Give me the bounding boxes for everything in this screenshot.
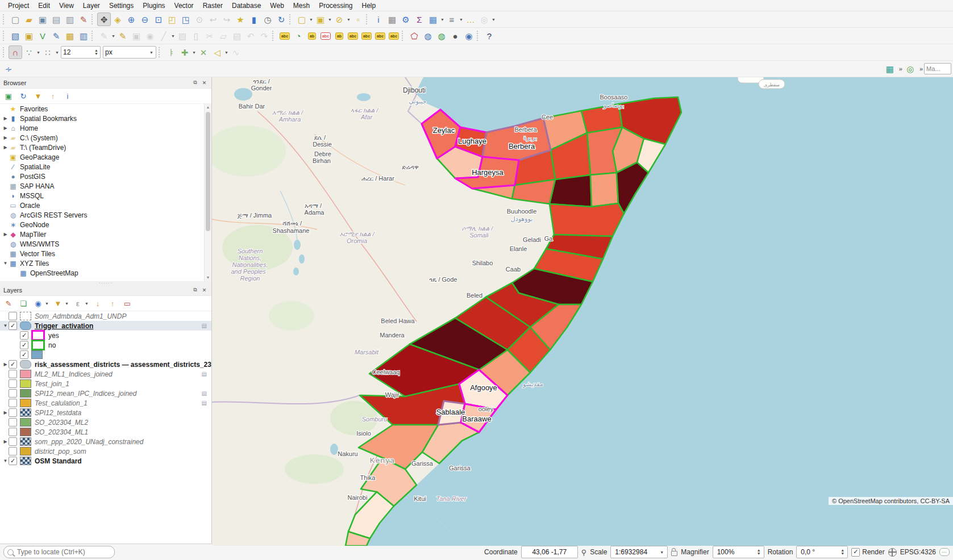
browser-item-xyz-tiles[interactable]: ▼▦XYZ Tiles (0, 258, 211, 268)
browser-close-button[interactable]: ✕ (201, 79, 208, 86)
select-features-by-value-dropdown[interactable]: ▼ (327, 18, 332, 22)
crs-globe-icon[interactable] (888, 548, 897, 557)
remove-layer-icon[interactable]: ▭ (121, 297, 134, 310)
plugin-search-input[interactable] (924, 63, 951, 74)
new-project-icon[interactable]: ▢ (9, 12, 22, 26)
refresh-browser-icon[interactable]: ↻ (17, 90, 30, 102)
layer-row-test-calulation-1[interactable]: Test_calulation_1▤ (0, 398, 211, 408)
measure-dropdown[interactable]: ▼ (459, 18, 464, 22)
menu-help[interactable]: Help (357, 1, 381, 10)
select-features-dropdown[interactable]: ▼ (309, 18, 314, 22)
quickmap-services-settings-icon[interactable]: ◍ (435, 29, 448, 43)
show-spatial-bookmarks-icon[interactable]: ▮ (247, 12, 261, 26)
collapse-all-layers-icon[interactable]: ↑ (106, 297, 119, 310)
new-virtual-layer-icon[interactable]: ▥ (77, 29, 90, 43)
browser-item-wms-wmts[interactable]: ◍WMS/WMTS (0, 239, 211, 249)
select-by-location-icon[interactable]: ▫ (351, 12, 365, 26)
zoom-out-icon[interactable]: ⊖ (138, 12, 152, 26)
rotation-spinbox[interactable]: ▲▼ (796, 546, 848, 558)
expand-arrow-icon[interactable]: ▶ (2, 145, 9, 150)
snapping-point-display-icon[interactable]: ∷ (41, 45, 55, 59)
add-selected-layers-icon[interactable]: ▣ (2, 90, 15, 102)
layer-visibility-checkbox[interactable] (20, 350, 28, 359)
toggle-editing-icon[interactable]: ✎ (116, 29, 130, 43)
change-label-icon[interactable]: abc (387, 29, 401, 43)
quickmap-services-icon[interactable]: ◍ (421, 29, 435, 43)
collapse-all-icon[interactable]: ↑ (47, 90, 59, 102)
snapping-point-display-dropdown[interactable]: ▼ (55, 51, 60, 55)
layer-row-so-202304-ml1[interactable]: SO_202304_ML1 (0, 427, 211, 437)
layer-row-so-202304-ml2[interactable]: SO_202304_ML2 (0, 417, 211, 427)
expand-arrow-icon[interactable]: ▶ (2, 410, 9, 415)
rotate-label-icon[interactable]: abc (373, 29, 387, 43)
messages-icon[interactable]: ⋯ (939, 548, 950, 556)
toggle-label-visibility-icon[interactable]: abc (346, 29, 360, 43)
layer-visibility-checkbox[interactable] (9, 370, 17, 378)
extents-icon[interactable]: ⚲ (581, 548, 587, 557)
layer-visibility-checkbox[interactable] (9, 457, 17, 465)
statistical-summary-icon[interactable]: Σ (413, 12, 426, 26)
chevron-down-icon[interactable]: ▼ (659, 550, 664, 554)
open-project-icon[interactable]: ▰ (22, 12, 36, 26)
browser-item-c-system-[interactable]: ▶▰C:\ (System) (0, 133, 211, 143)
layers-float-button[interactable]: ⧉ (192, 286, 199, 294)
layer-visibility-checkbox[interactable] (9, 428, 17, 436)
nominatim-geocoder-dropdown[interactable]: ▼ (491, 18, 496, 22)
spinner-arrows-icon[interactable]: ▲▼ (840, 549, 844, 555)
layer-diagrams-icon[interactable]: ◔ (292, 29, 305, 43)
menu-settings[interactable]: Settings (105, 1, 138, 10)
menu-plugins[interactable]: Plugins (138, 1, 169, 10)
layer-row-osm-standard[interactable]: ▼OSM Standard (0, 456, 211, 466)
new-print-layout-icon[interactable]: ▤ (49, 12, 63, 26)
menu-view[interactable]: View (55, 1, 78, 10)
zoom-to-selection-icon[interactable]: ◰ (165, 12, 179, 26)
snapping-mode-dropdown[interactable]: ▼ (36, 51, 41, 55)
layer-row-som-ppp-2020-unadj-constrained[interactable]: ▶som_ppp_2020_UNadj_constrained (0, 437, 211, 446)
coordinate-field[interactable] (521, 546, 578, 558)
filter-by-expression-icon[interactable]: ε (72, 297, 84, 310)
zoom-to-layer-icon[interactable]: ◳ (179, 12, 193, 26)
snap-on-intersection-icon[interactable]: ✚ (178, 45, 192, 59)
toolbar-expand-icon[interactable]: » (917, 65, 924, 72)
layer-row-som-admbnda-adm1-undp[interactable]: Som_Admbnda_Adm1_UNDP (0, 311, 211, 321)
processing-toolbox-icon[interactable]: ⚙ (399, 12, 413, 26)
deselect-features-icon[interactable]: ⊘ (332, 12, 346, 26)
new-spatial-bookmark-icon[interactable]: ★ (234, 12, 247, 26)
scale-input[interactable] (614, 548, 657, 557)
layer-visibility-checkbox[interactable] (9, 389, 17, 398)
layer-visibility-checkbox[interactable] (20, 341, 28, 349)
expand-arrow-icon[interactable]: ▶ (2, 126, 9, 131)
browser-item-geopackage[interactable]: ▣GeoPackage (0, 152, 211, 162)
filter-legend-icon[interactable]: ▼ (52, 297, 64, 310)
help-icon[interactable]: ? (482, 29, 496, 43)
render-checkbox[interactable]: Render (851, 548, 884, 557)
self-snapping-icon[interactable]: ◁ (210, 45, 224, 59)
expand-arrow-icon[interactable]: ▼ (2, 323, 9, 328)
browser-item-oracle[interactable]: ▭Oracle (0, 200, 211, 210)
pan-map-icon[interactable]: ✥ (97, 12, 111, 26)
layer-visibility-checkbox[interactable] (9, 408, 17, 417)
layer-visibility-checkbox[interactable] (9, 360, 17, 369)
layer-labeling-icon[interactable]: abc (278, 29, 292, 43)
browser-item-t-teamdrive-[interactable]: ▶▰T:\ (TeamDrive) (0, 143, 211, 152)
layers-close-button[interactable]: ✕ (201, 286, 208, 294)
magnifier-spinbox[interactable]: ▲▼ (713, 546, 764, 558)
expand-arrow-icon[interactable]: ▶ (2, 116, 9, 121)
map-tips-icon[interactable]: … (464, 12, 477, 26)
data-source-manager-icon[interactable]: ▧ (9, 29, 22, 43)
search-layers-plugin-icon[interactable]: ◎ (904, 62, 917, 76)
layer-visibility-checkbox[interactable] (9, 447, 17, 455)
snapping-units-combobox[interactable]: px▼ (103, 46, 156, 58)
crs-value[interactable]: EPSG:4326 (900, 548, 936, 556)
select-features-by-value-icon[interactable]: ▣ (314, 12, 327, 26)
lock-icon[interactable] (671, 551, 677, 556)
python-console-icon[interactable]: ∻ (2, 62, 15, 76)
metasearch-icon[interactable]: ⬠ (407, 29, 421, 43)
vertex-tool-dropdown[interactable]: ▼ (170, 34, 176, 38)
menu-project[interactable]: Project (3, 1, 34, 10)
layer-row-ml2-ml1-indices-joined[interactable]: ML2_ML1_Indices_joined▤ (0, 369, 211, 379)
spinner-arrows-icon[interactable]: ▲▼ (757, 549, 761, 555)
browser-item-spatial-bookmarks[interactable]: ▶▮Spatial Bookmarks (0, 114, 211, 123)
save-project-icon[interactable]: ▣ (36, 12, 49, 26)
filter-browser-icon[interactable]: ▼ (32, 90, 44, 102)
